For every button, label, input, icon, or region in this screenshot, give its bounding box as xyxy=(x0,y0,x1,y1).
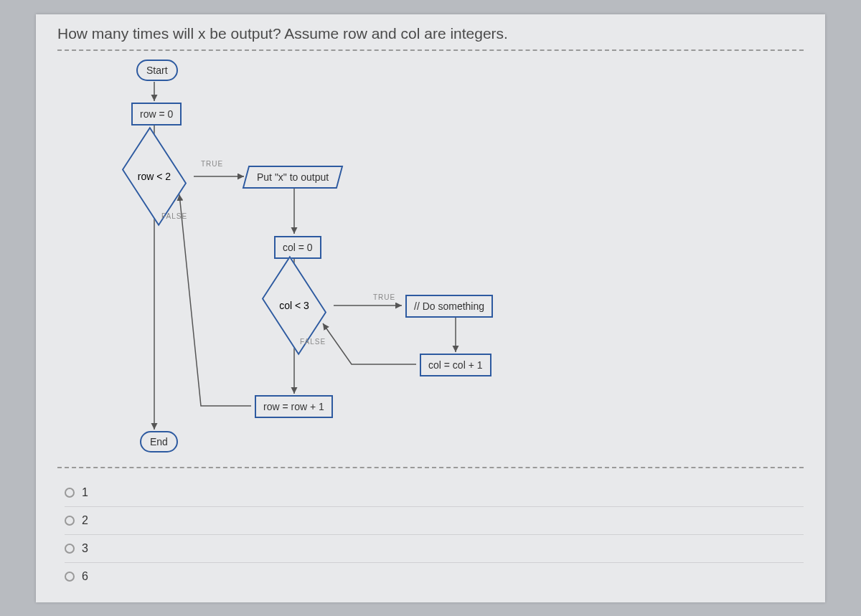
radio-icon xyxy=(65,516,75,526)
answer-option-2[interactable]: 2 xyxy=(65,507,804,535)
col-cond-label: col < 3 xyxy=(279,300,309,311)
col-init-label: col = 0 xyxy=(283,242,313,253)
flowchart-do-something: // Do something xyxy=(405,295,493,318)
flowchart-start: Start xyxy=(136,60,178,81)
flowchart-col-cond: col < 3 xyxy=(261,280,327,331)
output-label: Put "x" to output xyxy=(257,171,329,183)
flowchart-diagram: Start row = 0 row < 2 TRUE FALSE Put "x"… xyxy=(57,51,804,467)
answer-label-4: 6 xyxy=(82,570,88,583)
answer-label-3: 3 xyxy=(82,542,88,555)
flowchart-col-init: col = 0 xyxy=(274,236,321,259)
flowchart-end: End xyxy=(140,431,178,452)
answer-option-1[interactable]: 1 xyxy=(65,479,804,507)
answer-label-1: 1 xyxy=(82,486,88,499)
answer-label-2: 2 xyxy=(82,514,88,527)
edge-true-2: TRUE xyxy=(373,293,395,301)
row-inc-label: row = row + 1 xyxy=(263,401,324,412)
question-card: How many times will x be output? Assume … xyxy=(36,14,825,602)
flowchart-row-init: row = 0 xyxy=(131,103,182,125)
flowchart-row-inc: row = row + 1 xyxy=(255,395,333,418)
question-text: How many times will x be output? Assume … xyxy=(57,25,804,51)
radio-icon xyxy=(65,572,75,582)
answers-divider xyxy=(57,467,804,468)
start-label: Start xyxy=(146,65,168,76)
col-inc-label: col = col + 1 xyxy=(428,359,483,371)
answer-option-4[interactable]: 6 xyxy=(65,563,804,590)
flowchart-col-inc: col = col + 1 xyxy=(420,354,491,376)
do-something-label: // Do something xyxy=(414,300,484,312)
edge-false-1: FALSE xyxy=(161,212,187,220)
row-cond-label: row < 2 xyxy=(138,171,171,182)
radio-icon xyxy=(65,544,75,554)
edge-false-2: FALSE xyxy=(300,338,326,346)
row-init-label: row = 0 xyxy=(140,108,173,120)
flowchart-row-cond: row < 2 xyxy=(121,151,187,202)
answer-list: 1 2 3 6 xyxy=(57,479,804,590)
end-label: End xyxy=(150,436,168,447)
flowchart-output: Put "x" to output xyxy=(243,166,344,189)
edge-true-1: TRUE xyxy=(201,160,223,168)
radio-icon xyxy=(65,488,75,498)
answer-option-3[interactable]: 3 xyxy=(65,535,804,563)
